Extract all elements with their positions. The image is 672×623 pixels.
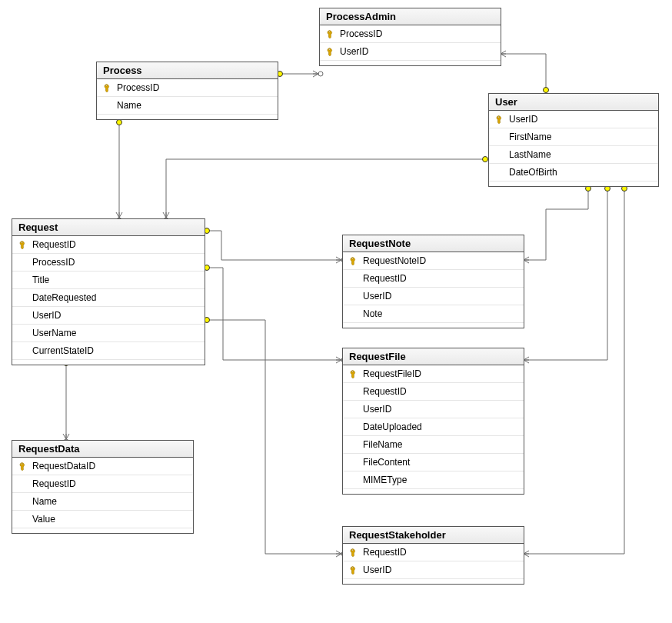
entity-title[interactable]: RequestData: [12, 441, 193, 458]
entity-footer: [97, 114, 278, 119]
entity-footer: [343, 322, 524, 328]
entity-column[interactable]: UserID: [12, 306, 205, 324]
entity-column[interactable]: Name: [12, 492, 193, 510]
column-icon: [12, 272, 32, 288]
entity-columns: ProcessIDName: [97, 79, 278, 114]
entity-column[interactable]: Note: [343, 305, 524, 322]
entity-title[interactable]: Process: [97, 62, 278, 79]
entity-column[interactable]: Value: [12, 510, 193, 528]
entity-column[interactable]: UserName: [12, 324, 205, 341]
entity-column[interactable]: CurrentStateID: [12, 341, 205, 359]
entity-user[interactable]: UserUserIDFirstNameLastNameDateOfBirth: [488, 93, 659, 187]
primary-key-icon: [343, 252, 363, 269]
entity-column[interactable]: FileContent: [343, 453, 524, 471]
entity-requestdata[interactable]: RequestDataRequestDataIDRequestIDNameVal…: [12, 440, 194, 534]
entity-columns: RequestDataIDRequestIDNameValue: [12, 458, 193, 528]
column-icon: [12, 342, 32, 359]
column-icon: [12, 254, 32, 271]
entity-columns: RequestIDProcessIDTitleDateRequestedUser…: [12, 236, 205, 359]
entity-column[interactable]: ProcessID: [97, 79, 278, 96]
primary-key-icon: [320, 25, 340, 42]
entity-footer: [343, 578, 524, 584]
entity-column[interactable]: MIMEType: [343, 471, 524, 488]
erd-canvas: { "entities": [ { "id": "process", "titl…: [0, 0, 672, 623]
column-icon: [343, 418, 363, 435]
primary-key-icon: [97, 79, 117, 96]
column-name: Name: [32, 496, 188, 507]
entity-request[interactable]: RequestRequestIDProcessIDTitleDateReques…: [12, 218, 205, 365]
column-name: UserID: [363, 291, 519, 302]
entity-column[interactable]: Title: [12, 271, 205, 288]
entity-column[interactable]: RequestID: [12, 475, 193, 492]
column-name: Name: [117, 100, 273, 111]
entity-column[interactable]: RequestFileID: [343, 365, 524, 382]
column-icon: [489, 146, 509, 163]
entity-footer: [489, 181, 658, 186]
entity-column[interactable]: RequestID: [12, 236, 205, 253]
entity-process[interactable]: ProcessProcessIDName: [96, 62, 278, 120]
column-icon: [343, 471, 363, 488]
entity-column[interactable]: FirstName: [489, 128, 658, 145]
column-name: RequestID: [32, 239, 200, 250]
entity-requeststakeholder[interactable]: RequestStakeholderRequestIDUserID: [342, 526, 524, 585]
entity-column[interactable]: LastName: [489, 145, 658, 163]
entity-columns: RequestFileIDRequestIDUserIDDateUploaded…: [343, 365, 524, 488]
primary-key-icon: [12, 236, 32, 253]
column-icon: [12, 511, 32, 528]
column-icon: [489, 164, 509, 181]
entity-column[interactable]: DateOfBirth: [489, 163, 658, 181]
column-name: RequestID: [363, 386, 519, 397]
entity-title[interactable]: ProcessAdmin: [320, 8, 501, 25]
entity-columns: RequestIDUserID: [343, 544, 524, 578]
column-icon: [343, 383, 363, 400]
entity-column[interactable]: DateRequested: [12, 288, 205, 306]
entity-column[interactable]: UserID: [489, 111, 658, 128]
entity-column[interactable]: DateUploaded: [343, 418, 524, 435]
entity-title[interactable]: RequestFile: [343, 348, 524, 365]
entity-requestfile[interactable]: RequestFileRequestFileIDRequestIDUserIDD…: [342, 348, 524, 495]
entity-columns: RequestNoteIDRequestIDUserIDNote: [343, 252, 524, 322]
column-icon: [12, 307, 32, 324]
entity-columns: UserIDFirstNameLastNameDateOfBirth: [489, 111, 658, 181]
column-icon: [343, 454, 363, 471]
primary-key-icon: [12, 458, 32, 475]
entity-column[interactable]: RequestNoteID: [343, 252, 524, 269]
rel-user-requeststakeholder: [523, 186, 624, 554]
primary-key-icon: [343, 365, 363, 382]
entity-column[interactable]: Name: [97, 96, 278, 114]
entity-title[interactable]: RequestNote: [343, 235, 524, 252]
rel-user-requestfile: [523, 186, 607, 360]
column-name: LastName: [509, 149, 654, 160]
entity-title[interactable]: Request: [12, 219, 205, 236]
entity-column[interactable]: UserID: [343, 400, 524, 418]
column-name: FileContent: [363, 457, 519, 468]
entity-column[interactable]: UserID: [343, 287, 524, 305]
primary-key-icon: [343, 544, 363, 561]
entity-column[interactable]: RequestDataID: [12, 458, 193, 475]
column-name: UserID: [363, 565, 519, 575]
entity-footer: [12, 528, 193, 533]
column-name: DateOfBirth: [509, 167, 654, 178]
entity-column[interactable]: ProcessID: [12, 253, 205, 271]
rel-request-requestfile: [204, 268, 342, 360]
column-icon: [489, 128, 509, 145]
entity-column[interactable]: FileName: [343, 435, 524, 453]
entity-column[interactable]: RequestID: [343, 382, 524, 400]
entity-column[interactable]: ProcessID: [320, 25, 501, 42]
entity-title[interactable]: User: [489, 94, 658, 111]
column-name: UserID: [363, 404, 519, 415]
column-icon: [343, 401, 363, 418]
column-name: FileName: [363, 439, 519, 450]
entity-title[interactable]: RequestStakeholder: [343, 527, 524, 544]
column-name: DateUploaded: [363, 421, 519, 432]
primary-key-icon: [489, 111, 509, 128]
column-name: FirstName: [509, 132, 654, 142]
entity-column[interactable]: UserID: [320, 42, 501, 60]
entity-column[interactable]: UserID: [343, 561, 524, 578]
entity-processadmin[interactable]: ProcessAdminProcessIDUserID: [319, 8, 501, 66]
column-name: ProcessID: [117, 82, 273, 93]
column-name: ProcessID: [340, 28, 496, 39]
entity-column[interactable]: RequestID: [343, 269, 524, 287]
entity-requestnote[interactable]: RequestNoteRequestNoteIDRequestIDUserIDN…: [342, 235, 524, 328]
entity-column[interactable]: RequestID: [343, 544, 524, 561]
